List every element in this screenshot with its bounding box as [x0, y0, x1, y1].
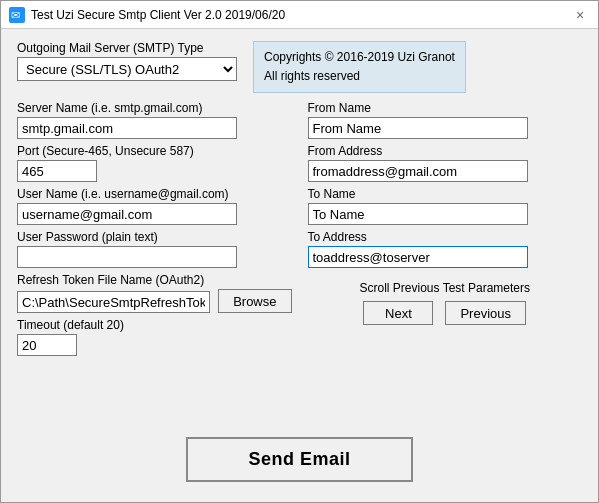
- to-address-group: To Address: [308, 230, 583, 268]
- close-button[interactable]: ×: [570, 5, 590, 25]
- user-name-input[interactable]: [17, 203, 237, 225]
- send-email-button[interactable]: Send Email: [186, 437, 412, 482]
- from-address-input[interactable]: [308, 160, 528, 182]
- server-name-group: Server Name (i.e. smtp.gmail.com): [17, 101, 292, 139]
- right-main: From Name From Address To Name To Addres…: [308, 101, 583, 419]
- password-input[interactable]: [17, 246, 237, 268]
- main-section: Server Name (i.e. smtp.gmail.com) Port (…: [17, 101, 582, 419]
- from-name-input[interactable]: [308, 117, 528, 139]
- browse-row: Browse: [17, 289, 292, 313]
- timeout-input[interactable]: [17, 334, 77, 356]
- smtp-type-label: Outgoing Mail Server (SMTP) Type: [17, 41, 237, 55]
- port-label: Port (Secure-465, Unsecure 587): [17, 144, 292, 158]
- from-address-label: From Address: [308, 144, 583, 158]
- port-input[interactable]: [17, 160, 97, 182]
- smtp-type-select[interactable]: Secure (SSL/TLS) OAuth2Secure (SSL/TLS)U…: [17, 57, 237, 81]
- port-group: Port (Secure-465, Unsecure 587): [17, 144, 292, 182]
- window-title: Test Uzi Secure Smtp Client Ver 2.0 2019…: [31, 8, 285, 22]
- next-button[interactable]: Next: [363, 301, 433, 325]
- to-name-group: To Name: [308, 187, 583, 225]
- to-name-input[interactable]: [308, 203, 528, 225]
- browse-button[interactable]: Browse: [218, 289, 291, 313]
- title-bar-left: ✉ Test Uzi Secure Smtp Client Ver 2.0 20…: [9, 7, 285, 23]
- user-name-label: User Name (i.e. username@gmail.com): [17, 187, 292, 201]
- copyright-line1: Copyrights © 2016-2019 Uzi Granot: [264, 48, 455, 67]
- server-name-label: Server Name (i.e. smtp.gmail.com): [17, 101, 292, 115]
- send-email-row: Send Email: [17, 429, 582, 490]
- from-name-group: From Name: [308, 101, 583, 139]
- to-address-input[interactable]: [308, 246, 528, 268]
- app-icon: ✉: [9, 7, 25, 23]
- smtp-type-group: Outgoing Mail Server (SMTP) Type Secure …: [17, 41, 237, 93]
- previous-button[interactable]: Previous: [445, 301, 526, 325]
- from-address-group: From Address: [308, 144, 583, 182]
- copyright-line2: All rights reserved: [264, 67, 455, 86]
- left-main: Server Name (i.e. smtp.gmail.com) Port (…: [17, 101, 292, 419]
- refresh-token-group: Refresh Token File Name (OAuth2) Browse: [17, 273, 292, 313]
- scroll-label: Scroll Previous Test Parameters: [359, 281, 530, 295]
- to-address-label: To Address: [308, 230, 583, 244]
- from-name-label: From Name: [308, 101, 583, 115]
- refresh-token-label: Refresh Token File Name (OAuth2): [17, 273, 292, 287]
- top-section: Outgoing Mail Server (SMTP) Type Secure …: [17, 41, 582, 93]
- copyright-box: Copyrights © 2016-2019 Uzi Granot All ri…: [253, 41, 466, 93]
- refresh-token-input[interactable]: [17, 291, 210, 313]
- content-area: Outgoing Mail Server (SMTP) Type Secure …: [1, 29, 598, 502]
- user-name-group: User Name (i.e. username@gmail.com): [17, 187, 292, 225]
- main-window: ✉ Test Uzi Secure Smtp Client Ver 2.0 20…: [0, 0, 599, 503]
- timeout-label: Timeout (default 20): [17, 318, 292, 332]
- title-bar: ✉ Test Uzi Secure Smtp Client Ver 2.0 20…: [1, 1, 598, 29]
- server-name-input[interactable]: [17, 117, 237, 139]
- svg-text:✉: ✉: [11, 9, 20, 21]
- to-name-label: To Name: [308, 187, 583, 201]
- scroll-section: Scroll Previous Test Parameters Next Pre…: [308, 281, 583, 325]
- scroll-buttons: Next Previous: [363, 301, 526, 325]
- password-group: User Password (plain text): [17, 230, 292, 268]
- password-label: User Password (plain text): [17, 230, 292, 244]
- timeout-group: Timeout (default 20): [17, 318, 292, 356]
